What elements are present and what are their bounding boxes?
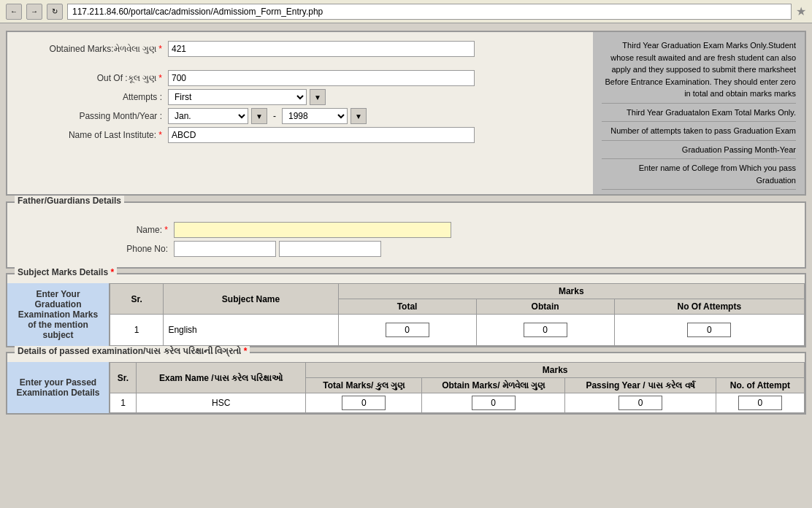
out-of-label: Out Of :કૂલ ગુણ * — [7, 73, 168, 83]
info-block-1: Third Year Graduation Exam Marks Only.St… — [602, 36, 796, 104]
subject-marks-table-wrap: Enter Your Graduation Examination Marks … — [7, 283, 805, 346]
pe-passing-year-1 — [565, 393, 716, 413]
pe-exam-name-1: HSC — [137, 393, 306, 413]
month-select[interactable]: Jan. — [168, 108, 248, 124]
info-block-3: Number of attempts taken to pass Graduat… — [602, 122, 796, 141]
attempts-select-wrap: First Second Third ▼ — [168, 89, 326, 105]
grad-info-panel: Third Year Graduation Exam Marks Only.St… — [593, 32, 805, 194]
page-content: Obtained Marks:મેળવેલા ગુણ * Out Of :કૂલ… — [0, 31, 812, 415]
out-of-row: Out Of :કૂલ ગુણ * — [7, 70, 593, 86]
obtained-marks-label: Obtained Marks:મેળવેલા ગુણ * — [7, 44, 168, 54]
obtained-marks-input[interactable] — [168, 41, 475, 57]
attempts-label: Attempts : — [7, 92, 168, 102]
attempts-select[interactable]: First Second Third — [168, 89, 307, 105]
pe-col-total: Total Marks/ કુલ ગુણ — [306, 378, 422, 393]
passed-exam-content: Enter your Passed Examination Details Sr… — [7, 362, 805, 413]
bookmark-star-icon[interactable]: ★ — [796, 4, 806, 18]
pe-row-1: 1 HSC — [110, 393, 805, 413]
col-marks-header: Marks — [338, 284, 804, 299]
father-name-row: Name: * — [13, 222, 799, 238]
last-institute-label: Name of Last Institute: * — [7, 130, 168, 140]
pe-total-input-1[interactable] — [342, 396, 386, 410]
month-dropdown-btn[interactable]: ▼ — [251, 108, 267, 124]
passed-exam-title: Details of passed examination/પાસ કરેલ પ… — [15, 346, 250, 356]
dash-separator: - — [273, 111, 276, 121]
father-section-title: Father/Guardians Details — [15, 196, 124, 206]
pe-col-obtain: Obtain Marks/ મેળવેલા ગુણ — [422, 378, 565, 393]
info-block-5: Enter name of College from Which you pas… — [602, 159, 796, 190]
father-phone-input2[interactable] — [279, 241, 381, 257]
pe-total-1 — [306, 393, 422, 413]
father-phone-input1[interactable] — [174, 241, 276, 257]
passed-exam-description: Enter your Passed Examination Details — [7, 362, 110, 413]
subject-marks-content: Enter Your Graduation Examination Marks … — [7, 283, 805, 346]
pe-col-sr: Sr. — [110, 363, 137, 393]
pe-col-marks-header: Marks — [306, 363, 805, 378]
passing-month-year-row: Passing Month/Year : Jan. ▼ - 1998 ▼ — [7, 108, 593, 124]
pe-attempts-1 — [716, 393, 804, 413]
subject-name-1: English — [164, 315, 338, 346]
subject-obtain-input-1[interactable] — [524, 323, 567, 337]
back-button[interactable]: ← — [6, 4, 22, 20]
father-name-input[interactable] — [174, 222, 451, 238]
refresh-button[interactable]: ↻ — [47, 4, 63, 20]
subject-attempts-input-1[interactable] — [687, 323, 731, 337]
last-institute-input[interactable] — [168, 127, 475, 143]
col-obtain: Obtain — [476, 299, 614, 315]
pe-attempts-input-1[interactable] — [738, 396, 782, 410]
passed-exam-section: Details of passed examination/પાસ કરેલ પ… — [6, 352, 806, 415]
father-form: Name: * Phone No: — [7, 212, 805, 267]
subject-marks-section: Subject Marks Details * Enter Your Gradu… — [6, 273, 806, 347]
obtained-marks-row: Obtained Marks:મેળવેલા ગુણ * — [7, 41, 593, 57]
info-block-2: Third Year Graduatalon Exam Total Marks … — [602, 104, 796, 123]
address-bar[interactable] — [67, 4, 792, 20]
col-sr: Sr. — [110, 284, 164, 315]
browser-toolbar: ← → ↻ ★ — [0, 0, 812, 23]
subject-attempts-1 — [614, 315, 804, 346]
father-name-label: Name: * — [13, 225, 174, 235]
subject-row-1: 1 English — [110, 315, 805, 346]
month-select-wrap: Jan. ▼ - 1998 ▼ — [168, 108, 367, 124]
passed-exam-table: Sr. Exam Name /પાસ કરેલ પરિક્ષાઓ Marks T… — [110, 362, 805, 413]
father-phone-row: Phone No: — [13, 241, 799, 257]
forward-button[interactable]: → — [26, 4, 42, 20]
subject-sr-1: 1 — [110, 315, 164, 346]
grad-form-left: Obtained Marks:મેળવેલા ગુણ * Out Of :કૂલ… — [7, 32, 593, 194]
last-institute-row: Name of Last Institute: * — [7, 127, 593, 143]
subject-marks-title: Subject Marks Details * — [15, 267, 117, 277]
attempts-row: Attempts : First Second Third ▼ — [7, 89, 593, 105]
pe-passing-year-input-1[interactable] — [618, 396, 662, 410]
subject-obtain-1 — [476, 315, 614, 346]
subject-total-1 — [338, 315, 476, 346]
pe-obtain-input-1[interactable] — [472, 396, 516, 410]
father-guardians-section: Father/Guardians Details Name: * Phone N… — [6, 201, 806, 269]
pe-col-attempts: No. of Attempt — [716, 378, 804, 393]
passing-month-year-label: Passing Month/Year : — [7, 111, 168, 121]
pe-col-exam: Exam Name /પાસ કરેલ પરિક્ષાઓ — [137, 363, 306, 393]
passed-exam-table-wrap: Enter your Passed Examination Details Sr… — [7, 362, 805, 413]
subject-total-input-1[interactable] — [386, 323, 429, 337]
year-dropdown-btn[interactable]: ▼ — [351, 108, 367, 124]
subject-marks-description: Enter Your Graduation Examination Marks … — [7, 283, 110, 346]
graduation-marks-section: Obtained Marks:મેળવેલા ગુણ * Out Of :કૂલ… — [6, 31, 806, 196]
pe-col-passing-year: Passing Year / પાસ કરેલ વર્ષ — [565, 378, 716, 393]
pe-sr-1: 1 — [110, 393, 137, 413]
subject-marks-table: Sr. Subject Name Marks Total Obtain No O… — [110, 283, 805, 346]
attempts-dropdown-btn[interactable]: ▼ — [310, 89, 326, 105]
father-phone-label: Phone No: — [13, 244, 174, 254]
pe-obtain-1 — [422, 393, 565, 413]
out-of-input[interactable] — [168, 70, 475, 86]
year-select[interactable]: 1998 — [282, 108, 348, 124]
col-subject-name: Subject Name — [164, 284, 338, 315]
col-attempts: No Of Attempts — [614, 299, 804, 315]
col-total: Total — [338, 299, 476, 315]
info-block-4: Graduation Passing Month-Year — [602, 141, 796, 160]
